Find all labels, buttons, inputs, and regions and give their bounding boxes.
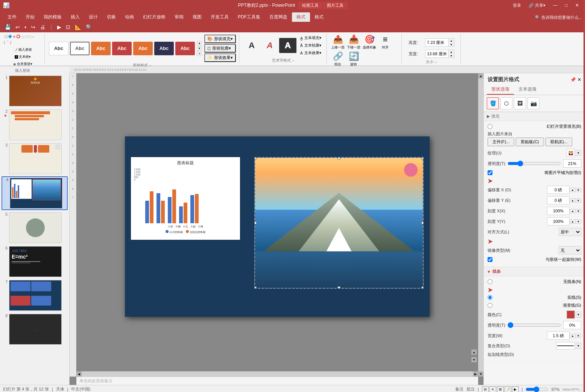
scale-y-spin-up[interactable]: ▲ <box>570 219 576 224</box>
tab-review[interactable]: 审阅 <box>170 12 188 22</box>
shape-effect-btn[interactable]: ✨ 形状效果▾ <box>204 53 236 62</box>
slide-thumb-3[interactable]: 3 <box>2 142 68 175</box>
width-down[interactable]: ▼ <box>448 54 454 58</box>
h-scroll-left[interactable]: ◀ <box>76 371 82 377</box>
solid-line-radio[interactable] <box>488 295 492 300</box>
close-btn[interactable]: ✕ <box>572 2 582 9</box>
drawing-tools-tab[interactable]: 绘图工具 <box>298 2 322 9</box>
slide-thumb-1[interactable]: 1 🔶图表标题 <box>2 75 68 107</box>
scale-x-spin-dn[interactable]: ▼ <box>575 209 581 213</box>
share-btn[interactable]: 🔗 共享▾ <box>526 2 549 9</box>
rotate-checkbox[interactable] <box>488 257 492 262</box>
insert-clipboard-btn[interactable]: 剪贴板(C) <box>516 138 544 146</box>
h-scrollbar[interactable]: ◀ ▶ <box>76 371 478 377</box>
shape-outline-btn[interactable]: ◻ 形状轮廓▾ <box>204 44 236 53</box>
transparency-slider[interactable] <box>508 160 561 166</box>
v-scroll-up[interactable]: ▲ <box>478 73 483 79</box>
sel-handle-tc[interactable] <box>337 157 340 159</box>
print-btn[interactable]: 🖨 <box>38 23 47 31</box>
line-width-spin-dn[interactable]: ▼ <box>575 334 581 338</box>
notes-btn[interactable]: 备注 <box>455 386 463 392</box>
sel-handle-bl[interactable] <box>254 286 257 289</box>
notes-bar[interactable]: 单击此处添加备注 <box>76 377 478 385</box>
minimize-btn[interactable]: — <box>550 2 561 9</box>
rp-icon-picture2[interactable]: 📷 <box>527 97 539 109</box>
scale-y-input[interactable] <box>547 217 570 226</box>
line-width-spin-up[interactable]: ▲ <box>570 334 576 338</box>
save-btn[interactable]: 💾 <box>3 23 12 31</box>
scale-x-input[interactable] <box>547 207 570 215</box>
page-nav-up[interactable]: ▲ <box>471 350 477 355</box>
page-nav-down[interactable]: ▼ <box>471 357 477 362</box>
line-width-input[interactable] <box>547 331 570 340</box>
tab-animations[interactable]: 动画 <box>120 12 138 22</box>
gradient-line-radio[interactable] <box>488 303 492 308</box>
undo-btn[interactable]: ↩ <box>14 23 21 31</box>
tab-slideshow[interactable]: 幻灯片放映 <box>138 12 170 22</box>
maximize-btn[interactable]: □ <box>562 2 571 9</box>
zoom-slider[interactable] <box>526 386 548 392</box>
reading-view-btn[interactable]: ▶ <box>512 386 519 392</box>
text-box-btn[interactable]: 🅰 文本框▾ <box>13 54 32 60</box>
offset-x-spin-up[interactable]: ▲ <box>570 188 576 192</box>
slide-sorter-btn[interactable]: ⊞ <box>497 386 504 392</box>
no-line-radio[interactable] <box>488 279 492 284</box>
tab-baidu[interactable]: 百度网盘 <box>265 12 292 22</box>
style-expand[interactable]: ≡ <box>197 51 202 56</box>
art-text-expand[interactable]: ⌐ <box>292 59 294 62</box>
tab-pdf[interactable]: PDF工具集 <box>233 12 265 22</box>
line-section-expand[interactable]: ▼ <box>487 269 491 274</box>
slide-thumb-8[interactable]: 8 ... <box>2 313 68 345</box>
transparency-value[interactable] <box>563 159 581 168</box>
slide-thumb-5[interactable]: 5 <box>2 212 68 244</box>
normal-view-btn[interactable]: ⊟ <box>482 386 489 392</box>
qat-btn4[interactable]: 🔍 <box>84 23 94 31</box>
art-text-btn-2[interactable]: A <box>261 38 278 53</box>
shape-style-btn-5[interactable]: Abc <box>133 42 153 55</box>
tab-format2[interactable]: 格式 <box>310 12 328 22</box>
shape-fill-btn[interactable]: 🎨 形状填充▾ <box>204 35 236 43</box>
tab-transitions[interactable]: 切换 <box>102 12 120 22</box>
v-scroll-down[interactable]: ▼ <box>478 371 483 377</box>
panel-pin-btn[interactable]: 📌 <box>570 77 576 82</box>
tab-file[interactable]: 文件 <box>3 12 21 22</box>
shape-style-btn-1[interactable]: Abc <box>49 42 68 55</box>
tab-view[interactable]: 视图 <box>188 12 206 22</box>
width-input[interactable] <box>425 50 448 58</box>
shape-style-btn-4[interactable]: Abc <box>112 42 132 55</box>
tab-developer[interactable]: 开发工具 <box>206 12 233 22</box>
slide-thumb-2[interactable]: 2 ★ <box>2 109 68 141</box>
picture-tools-tab[interactable]: 图片工具 <box>323 2 347 9</box>
align-select[interactable]: 居中 左对齐 右对齐 顶端 底端 <box>559 228 581 236</box>
tab-home[interactable]: 开始 <box>21 12 39 22</box>
merge-shapes-btn[interactable]: ⊕ 合并形状▾ <box>12 61 34 67</box>
slideshow-bg-radio[interactable] <box>488 124 492 129</box>
chart-element[interactable]: 图表标题 2,0001,5001,0005000 <box>131 157 240 240</box>
move-down-btn[interactable]: 下移一层 <box>347 45 360 50</box>
comments-btn[interactable]: 批注 <box>466 386 475 392</box>
offset-x-input[interactable] <box>547 186 570 194</box>
shape-style-btn-6[interactable]: Abc <box>154 42 174 55</box>
rp-icon-picture[interactable]: 🖼 <box>514 97 526 109</box>
height-down[interactable]: ▼ <box>448 42 454 46</box>
outline-view-btn[interactable]: ≡ <box>489 386 496 392</box>
rp-tab-shape[interactable]: 形状选项 <box>487 85 514 95</box>
style-scroll-up[interactable]: ▲ <box>197 41 202 45</box>
sel-handle-tr[interactable] <box>421 157 424 159</box>
color-dropdown[interactable]: ▾ <box>576 312 581 318</box>
undo-arrow[interactable]: ▾ <box>23 24 28 30</box>
shape-style-btn-2[interactable]: Abc <box>70 42 90 55</box>
tab-insert[interactable]: 插入 <box>66 12 84 22</box>
login-btn[interactable]: 登录 <box>510 2 524 9</box>
height-input[interactable] <box>425 39 448 46</box>
style-scroll-down[interactable]: ▼ <box>197 46 202 51</box>
slide-thumb-6[interactable]: 6 光线下载站 E=mc² <box>2 245 68 278</box>
rp-icon-geometry[interactable]: ⬡ <box>500 97 512 109</box>
qat-btn3[interactable]: 📐 <box>73 23 83 31</box>
offset-y-spin-dn[interactable]: ▼ <box>575 198 581 203</box>
sel-handle-br[interactable] <box>421 286 424 289</box>
fill-expand-icon[interactable]: ▶ <box>487 114 490 119</box>
art-text-btn-1[interactable]: A <box>243 38 260 53</box>
start-slideshow-btn[interactable]: ▶ <box>56 23 63 31</box>
scale-y-spin-dn[interactable]: ▼ <box>575 219 581 224</box>
